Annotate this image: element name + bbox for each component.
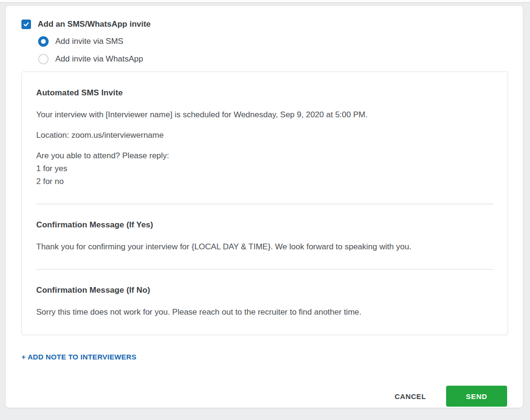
cancel-button[interactable]: CANCEL bbox=[394, 389, 427, 403]
radio-row-sms[interactable]: Add invite via SMS bbox=[38, 36, 507, 47]
sms-whatsapp-invite-checkbox-row[interactable]: Add an SMS/WhatsApp invite bbox=[21, 20, 507, 29]
reply-option-no: 2 for no bbox=[36, 175, 493, 188]
invite-channel-radio-group: Add invite via SMS Add invite via WhatsA… bbox=[38, 36, 507, 64]
radio-row-whatsapp[interactable]: Add invite via WhatsApp bbox=[38, 54, 507, 64]
sms-preview-panel: Automated SMS Invite Your interview with… bbox=[21, 72, 508, 335]
radio-sms[interactable] bbox=[38, 36, 49, 47]
add-note-to-interviewers-link[interactable]: + ADD NOTE TO INTERVIEWERS bbox=[21, 353, 136, 361]
confirm-no-title: Confirmation Message (If No) bbox=[36, 286, 493, 295]
invite-message-line: Your interview with [Interviewer name] i… bbox=[36, 108, 493, 121]
confirm-no-body: Sorry this time does not work for you. P… bbox=[36, 306, 493, 318]
radio-sms-label: Add invite via SMS bbox=[55, 37, 123, 46]
radio-whatsapp[interactable] bbox=[38, 54, 49, 64]
sms-whatsapp-invite-checkbox[interactable] bbox=[21, 20, 31, 29]
reply-prompt: Are you able to attend? Please reply: bbox=[36, 149, 493, 162]
radio-whatsapp-label: Add invite via WhatsApp bbox=[55, 54, 143, 64]
previous-card-edge bbox=[0, 0, 530, 3]
confirm-yes-body: Thank you for confirming your interview … bbox=[36, 240, 493, 253]
section-divider bbox=[36, 204, 493, 205]
checkmark-icon bbox=[23, 21, 30, 28]
confirm-yes-title: Confirmation Message (If Yes) bbox=[36, 220, 493, 230]
send-button[interactable]: SEND bbox=[446, 386, 507, 407]
reply-instructions: Are you able to attend? Please reply: 1 … bbox=[36, 149, 493, 188]
sms-invite-dialog: Add an SMS/WhatsApp invite Add invite vi… bbox=[5, 5, 523, 408]
location-line: Location: zoom.us/interviewername bbox=[36, 129, 493, 142]
reply-option-yes: 1 for yes bbox=[36, 162, 493, 175]
preview-title: Automated SMS Invite bbox=[36, 88, 493, 98]
section-divider bbox=[36, 269, 493, 270]
sms-whatsapp-invite-label: Add an SMS/WhatsApp invite bbox=[38, 20, 151, 29]
dialog-footer: CANCEL SEND bbox=[21, 386, 507, 407]
